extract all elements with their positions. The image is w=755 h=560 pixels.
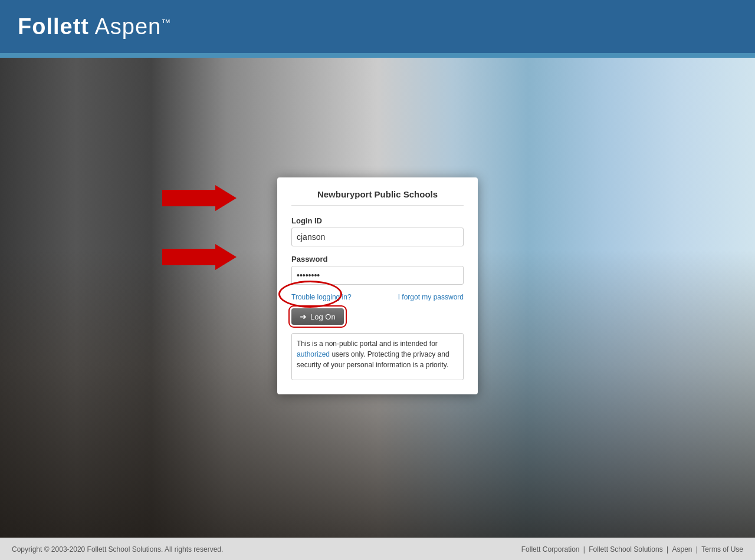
login-id-group: Login ID xyxy=(291,216,464,246)
forgot-password-link[interactable]: I forgot my password xyxy=(398,293,464,301)
logo-tm: ™ xyxy=(161,18,171,28)
blue-bar xyxy=(0,53,755,58)
password-group: Password xyxy=(291,255,464,285)
password-input[interactable] xyxy=(291,266,464,285)
logon-icon: ➜ xyxy=(300,312,307,321)
logon-label: Log On xyxy=(310,312,336,321)
notice-box[interactable]: This is a non-public portal and is inten… xyxy=(291,333,464,380)
footer-link-follett-corp[interactable]: Follett Corporation xyxy=(521,545,580,554)
trouble-link[interactable]: Trouble logging in? xyxy=(291,293,352,301)
footer-link-terms[interactable]: Terms of Use xyxy=(701,545,743,554)
footer-separator-3: | xyxy=(696,545,700,554)
header: Follett Aspen™ xyxy=(0,0,755,53)
footer-separator-2: | xyxy=(667,545,670,554)
login-id-input[interactable] xyxy=(291,228,464,246)
help-links: Trouble logging in? I forgot my password xyxy=(291,293,464,301)
logo-light: Aspen xyxy=(89,14,161,39)
footer-link-aspen[interactable]: Aspen xyxy=(672,545,692,554)
footer-link-follett-school[interactable]: Follett School Solutions xyxy=(589,545,662,554)
logon-button[interactable]: ➜ Log On xyxy=(291,308,344,325)
login-id-label: Login ID xyxy=(291,216,464,225)
password-label: Password xyxy=(291,255,464,263)
card-title: Newburyport Public Schools xyxy=(291,189,464,206)
notice-text: This is a non-public portal and is inten… xyxy=(297,340,449,369)
footer-separator-1: | xyxy=(583,545,587,554)
footer-copyright: Copyright © 2003-2020 Follett School Sol… xyxy=(12,545,223,554)
main-content: Newburyport Public Schools Login ID Pass… xyxy=(0,58,755,538)
login-card: Newburyport Public Schools Login ID Pass… xyxy=(277,177,478,394)
logo: Follett Aspen™ xyxy=(18,14,171,39)
footer-links: Follett Corporation | Follett School Sol… xyxy=(521,545,743,554)
logo-bold: Follett xyxy=(18,14,89,39)
footer: Copyright © 2003-2020 Follett School Sol… xyxy=(0,538,755,560)
